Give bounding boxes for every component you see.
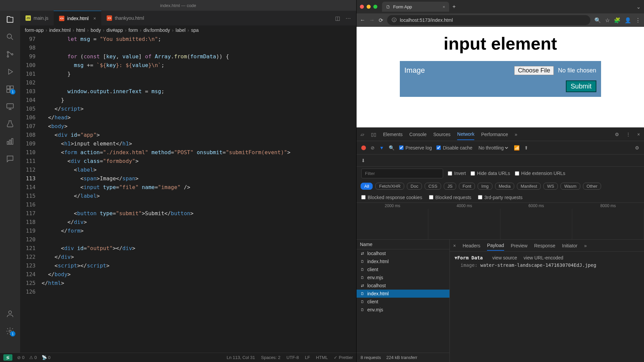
forward-button[interactable]: → [369,17,375,23]
filter-input[interactable] [361,169,443,178]
minimize-window-button[interactable] [367,5,371,9]
eol-status[interactable]: LF [305,355,310,360]
code-content[interactable]: let msg = "You submitted:\n"; for (const… [42,35,356,353]
testing-icon[interactable] [5,119,15,129]
extensions-icon[interactable]: 1 [5,84,15,94]
filter-chip-all[interactable]: All [361,183,373,190]
code-editor[interactable]: 9798991001011021031041051061071081091101… [20,35,356,353]
filter-chip-css[interactable]: CSS [425,183,441,190]
request-row[interactable]: ⇄localhost [357,249,449,257]
view-url-encoded-link[interactable]: view URL-encoded [524,255,563,260]
remote-indicator[interactable]: ≶ [3,354,12,361]
request-row[interactable]: 🗋env.mjs [357,274,449,282]
settings-gear-icon[interactable]: 1 [5,326,15,336]
tab-performance[interactable]: Performance [481,129,508,140]
browser-menu-icon[interactable]: ⋮ [635,17,641,23]
devtools-menu-icon[interactable]: ⋮ [626,132,631,137]
radio-count[interactable]: 📡 0 [42,355,51,360]
preserve-log-checkbox[interactable]: Preserve log [399,145,432,150]
tab-index-html[interactable]: <>index.html× [54,11,101,25]
hide-ext-urls-checkbox[interactable]: Hide extension URLs [515,171,566,176]
choose-file-button[interactable]: Choose File [514,66,554,75]
more-tabs-icon[interactable]: » [515,132,518,137]
encoding-status[interactable]: UTF-8 [286,355,299,360]
request-row[interactable]: 🗋client [357,265,449,274]
submit-button[interactable]: Submit [566,80,596,92]
prettier-status[interactable]: ✓ Prettier [334,355,353,360]
request-row[interactable]: ⇄localhost [357,282,449,290]
filter-chip-fetchxhr[interactable]: Fetch/XHR [375,183,404,190]
detail-tab-payload[interactable]: Payload [487,241,504,251]
filter-chip-manifest[interactable]: Manifest [517,183,541,190]
tab-network[interactable]: Network [457,129,474,140]
request-row[interactable]: 🗋index.html [357,257,449,265]
more-actions-icon[interactable]: ⋯ [345,15,351,21]
chat-icon[interactable] [5,154,15,164]
devtools-settings-icon[interactable]: ⚙ [615,132,619,137]
explorer-icon[interactable] [5,15,15,24]
detail-tab-initiator[interactable]: Initiator [562,241,578,250]
devtools-close-icon[interactable]: × [637,132,640,137]
network-conditions-icon[interactable]: 📶 [514,145,520,150]
search-icon[interactable]: 🔍 [389,145,394,150]
inspect-icon[interactable]: ▱ [361,132,364,137]
language-status[interactable]: HTML [316,355,328,360]
address-bar[interactable]: ⓘ localhost:5173/index.html [387,15,590,25]
filter-toggle-icon[interactable]: ▼ [379,145,384,150]
filter-chip-ws[interactable]: WS [543,183,558,190]
indent-status[interactable]: Spaces: 2 [261,355,280,360]
errors-count[interactable]: ⊘ 0 [17,355,24,360]
zoom-icon[interactable]: 🔍 [594,17,601,23]
blocked-requests-checkbox[interactable]: Blocked requests [429,195,471,200]
network-timeline[interactable]: 2000 ms 4000 ms 6000 ms 8000 ms [357,203,644,240]
tab-list-icon[interactable]: ⌄ [636,4,641,10]
tab-thankyou-html[interactable]: <>thankyou.html [101,11,149,25]
reload-button[interactable]: ⟳ [379,17,383,23]
tab-elements[interactable]: Elements [383,129,402,140]
tab-close-icon[interactable]: × [442,4,445,9]
filter-chip-wasm[interactable]: Wasm [560,183,580,190]
close-detail-icon[interactable]: × [453,243,456,248]
throttling-select[interactable]: No throttling [477,145,509,151]
search-icon[interactable] [5,32,15,42]
clear-icon[interactable]: ⊘ [371,145,375,150]
scm-icon[interactable] [5,50,15,59]
filter-chip-doc[interactable]: Doc [407,183,422,190]
detail-tab-response[interactable]: Response [534,241,555,250]
browser-tab[interactable]: 🗋 Form App × [382,2,449,12]
close-window-button[interactable] [360,5,364,9]
new-tab-button[interactable]: + [452,4,455,10]
detail-tab-preview[interactable]: Preview [511,241,528,250]
tab-sources[interactable]: Sources [433,129,450,140]
device-toggle-icon[interactable]: ▯▯ [371,132,376,137]
request-row[interactable]: 🗋client [357,298,449,306]
network-settings-icon[interactable]: ⚙ [635,145,639,150]
back-button[interactable]: ← [360,17,365,23]
tab-console[interactable]: Console [409,129,426,140]
hide-data-urls-checkbox[interactable]: Hide data URLs [471,171,510,176]
more-detail-tabs-icon[interactable]: » [584,243,587,248]
debug-icon[interactable] [5,67,15,76]
filter-chip-js[interactable]: JS [444,183,456,190]
tab-close-icon[interactable]: × [93,16,96,21]
download-icon[interactable]: ⬇ [361,158,365,163]
filter-chip-img[interactable]: Img [478,183,492,190]
filter-chip-media[interactable]: Media [495,183,514,190]
cursor-position[interactable]: Ln 113, Col 31 [227,355,255,360]
view-source-link[interactable]: view source [492,255,517,260]
extensions-puzzle-icon[interactable]: 🧩 [614,17,621,23]
import-har-icon[interactable]: ⬆ [524,145,528,150]
breadcrumb[interactable]: form-app› index.html› html› body› div#ap… [20,25,356,35]
remote-icon[interactable] [5,102,15,111]
tab-main-js[interactable]: JSmain.js [20,11,54,25]
invert-checkbox[interactable]: Invert [448,171,466,176]
site-info-icon[interactable]: ⓘ [392,17,396,23]
request-row[interactable]: 🗋env.mjs [357,306,449,314]
filter-chip-font[interactable]: Font [459,183,475,190]
account-icon[interactable] [5,309,15,318]
split-editor-icon[interactable]: ◫ [335,15,340,21]
profile-icon[interactable]: 👤 [625,17,631,23]
detail-tab-headers[interactable]: Headers [463,241,480,250]
bookmark-icon[interactable]: ☆ [605,17,610,23]
request-row[interactable]: 🗋index.html [357,290,449,298]
